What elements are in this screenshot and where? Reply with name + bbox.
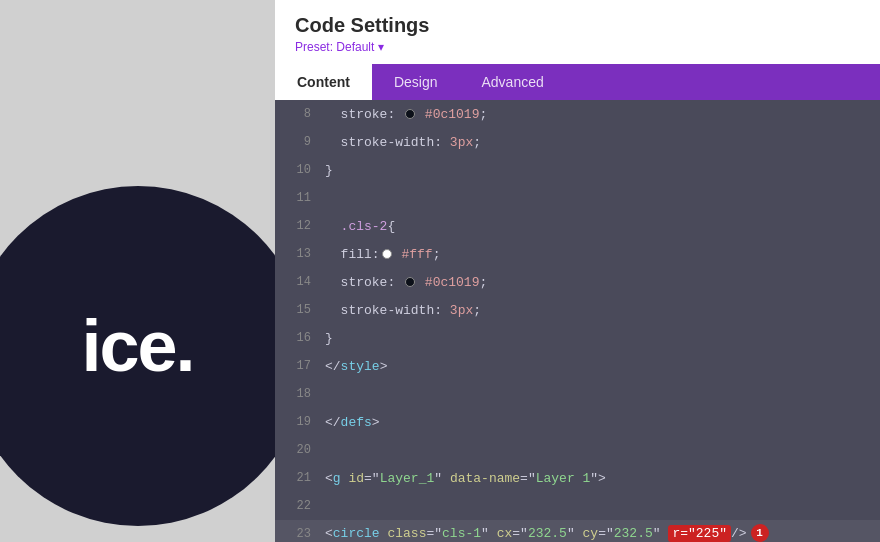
annotation-badge-1: 1 xyxy=(751,524,769,542)
code-line-15: 15 stroke-width: 3px; xyxy=(275,296,880,324)
left-panel: ice. xyxy=(0,0,275,542)
logo-text: ice. xyxy=(81,305,193,387)
code-line-8: 8 stroke: #0c1019; xyxy=(275,100,880,128)
highlighted-attr[interactable]: r="225" xyxy=(668,525,731,542)
logo-circle: ice. xyxy=(0,186,275,526)
code-line-19: 19 </defs> xyxy=(275,408,880,436)
code-editor: 8 stroke: #0c1019; 9 stroke-width: 3px; … xyxy=(275,100,880,542)
tab-design[interactable]: Design xyxy=(372,64,460,100)
code-line-12: 12 .cls-2{ xyxy=(275,212,880,240)
code-line-11: 11 xyxy=(275,184,880,212)
color-dot-dark-2 xyxy=(405,277,415,287)
tab-content[interactable]: Content xyxy=(275,64,372,100)
settings-header: Code Settings Preset: Default ▾ xyxy=(275,0,880,64)
tab-advanced[interactable]: Advanced xyxy=(459,64,565,100)
code-line-13: 13 fill: #fff; xyxy=(275,240,880,268)
code-line-17: 17 </style> xyxy=(275,352,880,380)
code-line-23: 23 <circle class="cls-1" cx="232.5" cy="… xyxy=(275,520,880,542)
settings-title: Code Settings xyxy=(295,14,860,37)
code-line-10: 10 } xyxy=(275,156,880,184)
right-panel: Code Settings Preset: Default ▾ Content … xyxy=(275,0,880,542)
color-dot-dark xyxy=(405,109,415,119)
code-line-20: 20 xyxy=(275,436,880,464)
code-line-21: 21 <g id="Layer_1" data-name="Layer 1"> xyxy=(275,464,880,492)
color-dot-white xyxy=(382,249,392,259)
code-line-16: 16 } xyxy=(275,324,880,352)
code-line-14: 14 stroke: #0c1019; xyxy=(275,268,880,296)
settings-preset: Preset: Default ▾ xyxy=(295,40,860,54)
code-line-22: 22 xyxy=(275,492,880,520)
preset-link[interactable]: Preset: Default ▾ xyxy=(295,40,384,54)
tabs-bar: Content Design Advanced xyxy=(275,64,880,100)
code-line-9: 9 stroke-width: 3px; xyxy=(275,128,880,156)
code-line-18: 18 xyxy=(275,380,880,408)
